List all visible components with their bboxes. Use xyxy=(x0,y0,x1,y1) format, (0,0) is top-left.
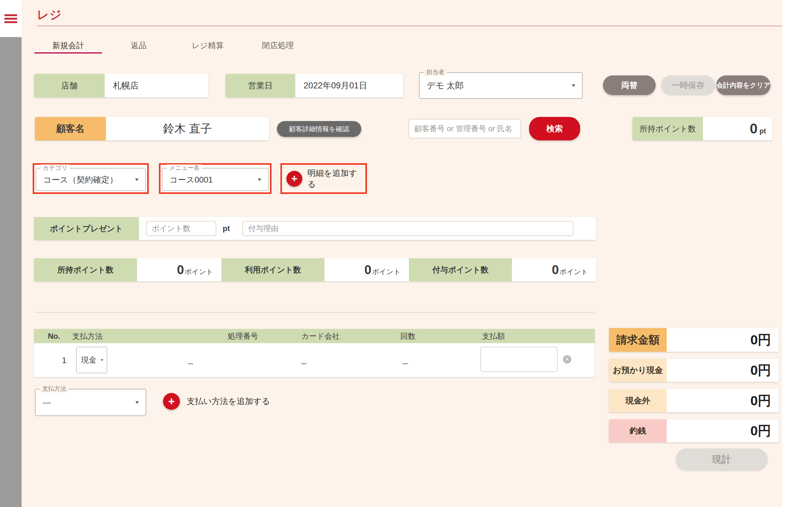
title-divider xyxy=(37,26,782,26)
store-value: 札幌店 xyxy=(105,74,208,97)
add-payment-method-value: --- xyxy=(43,398,51,407)
tab-store-closing[interactable]: 閉店処理 xyxy=(244,38,312,53)
customer-name-field: 顧客名 鈴木 直子 xyxy=(35,117,269,140)
points-held-unit: pt xyxy=(759,127,766,135)
points-held-summary-unit: ポイント xyxy=(185,267,213,277)
col-processing-number: 処理番号 xyxy=(228,329,258,343)
processing-number-cell: – xyxy=(188,358,193,368)
col-amount: 支払額 xyxy=(482,329,505,343)
active-tab-underline xyxy=(34,52,102,54)
add-payment-button[interactable]: + 支払い方法を追加する xyxy=(163,393,270,410)
point-present-card: ポイントプレゼント pt xyxy=(34,217,596,240)
total-billed-row: 請求金額 0円 xyxy=(609,328,779,352)
staff-select[interactable]: 担当者 デモ 太郎 ▼ xyxy=(419,72,583,99)
temp-save-button[interactable]: 一時保存 xyxy=(661,75,715,95)
col-installments: 回数 xyxy=(400,329,415,343)
customer-search-button[interactable]: 検索 xyxy=(529,117,580,140)
exchange-button[interactable]: 両替 xyxy=(603,75,656,95)
points-granted-summary-value: 0 ポイント xyxy=(512,258,596,281)
customer-detail-button[interactable]: 顧客詳細情報を確認 xyxy=(277,121,361,137)
store-label: 店舗 xyxy=(34,74,105,97)
checkout-button[interactable]: 現計 xyxy=(676,448,768,470)
points-held-value-wrap: 0 pt xyxy=(703,117,772,140)
hamburger-menu-icon[interactable] xyxy=(4,14,17,23)
staff-select-value: デモ 太郎 xyxy=(426,80,464,91)
change-value: 0円 xyxy=(667,419,779,442)
add-payment-method-select[interactable]: 支払方法 --- ▼ xyxy=(35,389,146,416)
clear-amount-icon[interactable]: ✕ xyxy=(563,355,571,363)
non-cash-label: 現金外 xyxy=(609,389,667,412)
total-billed-value: 0円 xyxy=(667,328,779,352)
chevron-down-icon: ▼ xyxy=(134,177,140,182)
clear-sale-button[interactable]: 会計内容をクリア xyxy=(716,75,770,95)
chevron-down-icon: ▼ xyxy=(100,358,104,362)
customer-name-label: 顧客名 xyxy=(35,117,106,140)
tab-new-sale[interactable]: 新規会計 xyxy=(34,38,102,53)
cash-received-row: お預かり現金 0円 xyxy=(609,359,779,382)
col-card-company: カード会社 xyxy=(301,329,340,343)
col-method: 支払方法 xyxy=(72,329,103,343)
installments-cell: – xyxy=(403,358,408,368)
customer-search-input[interactable] xyxy=(409,119,521,138)
add-item-button[interactable]: + 明細を追加する xyxy=(282,165,365,192)
points-granted-summary-number: 0 xyxy=(552,258,559,281)
menu-select[interactable]: メニュー名 コース0001 ▼ xyxy=(162,168,269,191)
point-present-unit: pt xyxy=(223,224,230,233)
col-no: No. xyxy=(48,329,60,343)
cash-received-value: 0円 xyxy=(667,359,779,382)
menu-select-value: コース0001 xyxy=(169,174,213,185)
points-used-summary-unit: ポイント xyxy=(372,267,401,277)
points-held-label: 所持ポイント数 xyxy=(632,117,703,140)
customer-name-value: 鈴木 直子 xyxy=(106,117,269,140)
payment-table: No. 支払方法 処理番号 カード会社 回数 支払額 1 現金 ▼ – – – … xyxy=(34,329,595,377)
points-used-summary-value: 0 ポイント xyxy=(324,258,409,281)
points-held-summary-number: 0 xyxy=(177,258,184,281)
row-number: 1 xyxy=(62,355,66,365)
plus-icon: + xyxy=(163,393,180,410)
chevron-down-icon: ▼ xyxy=(571,83,576,88)
card-company-cell: – xyxy=(301,358,306,368)
category-select-value: コース（契約確定） xyxy=(43,174,118,185)
point-present-body: pt xyxy=(139,217,596,240)
payment-amount-input[interactable] xyxy=(480,347,558,372)
menu-select-label: メニュー名 xyxy=(167,164,202,172)
menu-select-highlight: メニュー名 コース0001 ▼ xyxy=(159,163,271,194)
chevron-down-icon: ▼ xyxy=(257,177,262,182)
page-title: レジ xyxy=(37,7,62,23)
tab-returns[interactable]: 返品 xyxy=(105,38,172,53)
store-field: 店舗 札幌店 xyxy=(34,74,208,97)
business-date-label: 営業日 xyxy=(225,74,295,97)
payment-table-header: No. 支払方法 処理番号 カード会社 回数 支払額 xyxy=(34,329,595,343)
point-present-reason-input[interactable] xyxy=(242,221,573,236)
add-payment-label: 支払い方法を追加する xyxy=(187,396,270,407)
change-row: 釣銭 0円 xyxy=(609,419,779,442)
add-payment-method-label: 支払方法 xyxy=(40,385,68,393)
points-held-summary-label: 所持ポイント数 xyxy=(34,258,137,281)
payment-method-row-value: 現金 xyxy=(81,355,96,365)
points-granted-summary-label: 付与ポイント数 xyxy=(409,258,512,281)
category-select-label: カテゴリ xyxy=(41,164,70,172)
points-used-summary-label: 利用ポイント数 xyxy=(221,258,324,281)
category-select-highlight: カテゴリ コース（契約確定） ▼ xyxy=(33,163,149,194)
points-used-summary-number: 0 xyxy=(364,258,371,281)
chevron-down-icon: ▼ xyxy=(134,400,140,405)
sidebar xyxy=(0,0,21,507)
plus-icon: + xyxy=(287,171,302,187)
points-held-value: 0 xyxy=(750,117,757,140)
payment-section-divider xyxy=(35,312,595,313)
total-billed-label: 請求金額 xyxy=(609,328,667,352)
business-date-field: 営業日 2022年09月01日 xyxy=(225,74,403,97)
non-cash-value: 0円 xyxy=(667,389,779,412)
points-granted-summary-unit: ポイント xyxy=(560,267,588,277)
points-held-field: 所持ポイント数 0 pt xyxy=(632,117,772,140)
points-held-summary-value: 0 ポイント xyxy=(137,258,221,281)
tab-register-settlement[interactable]: レジ精算 xyxy=(174,38,242,53)
non-cash-row: 現金外 0円 xyxy=(609,389,779,412)
business-date-value: 2022年09月01日 xyxy=(295,74,403,97)
staff-select-label: 担当者 xyxy=(424,69,447,76)
category-select[interactable]: カテゴリ コース（契約確定） ▼ xyxy=(36,168,146,191)
add-item-label: 明細を追加する xyxy=(307,168,365,190)
point-present-points-input[interactable] xyxy=(146,221,216,236)
add-item-highlight: + 明細を追加する xyxy=(281,163,367,194)
payment-method-row-select[interactable]: 現金 ▼ xyxy=(76,347,107,373)
